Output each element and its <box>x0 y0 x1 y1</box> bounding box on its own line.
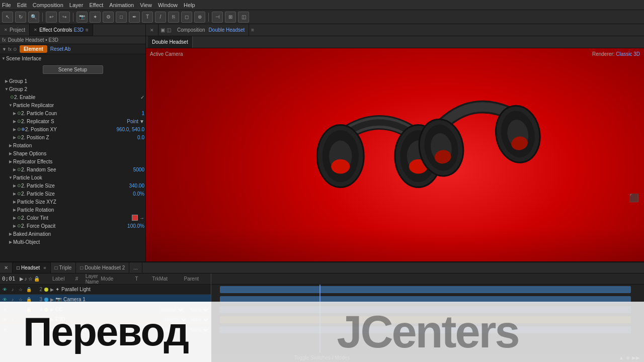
rotation-arrow[interactable]: ▶ <box>8 143 13 148</box>
layer-5-row[interactable]: 👁 ♪ ☆ 🔒 5 ▶ E3D Normal None <box>0 315 211 325</box>
random-seed-arrow[interactable]: ▶ <box>12 167 17 172</box>
comp-tab-close-icon[interactable]: ✕ <box>146 24 158 36</box>
color-tint-stopwatch[interactable]: ⊙ <box>17 215 21 220</box>
tl-lock-icon[interactable]: 🔒 <box>34 276 40 282</box>
layer-2-expand[interactable]: ▶ <box>49 287 54 292</box>
particle-size-xyz-arrow[interactable]: ▶ <box>12 200 17 204</box>
particle-size2-arrow[interactable]: ▶ <box>12 192 17 196</box>
particle-size-xyz-row[interactable]: ▶ Particle Size XYZ <box>0 198 145 206</box>
layer-4-solo-toggle[interactable]: ☆ <box>17 307 24 312</box>
layer-4-name[interactable]: CC <box>55 307 158 312</box>
position-xy-link-icon[interactable]: ⊗ <box>21 127 25 132</box>
layer-3-row[interactable]: 👁 ♪ ☆ 🔒 3 ▶ 📷 Camera 1 <box>0 295 211 305</box>
enable-stopwatch-icon[interactable]: ⊙ <box>10 95 14 100</box>
mask-tool[interactable]: ◫ <box>238 12 249 23</box>
position-z-arrow[interactable]: ▶ <box>12 135 17 140</box>
particle-look-row[interactable]: ▼ Particle Look <box>0 173 145 182</box>
tl-close-btn[interactable]: ✕ <box>0 262 13 273</box>
layer-6-lock-toggle[interactable]: 🔒 <box>25 327 32 332</box>
particle-count-arrow[interactable]: ▶ <box>12 111 17 116</box>
bottom-icon1[interactable]: ▲ <box>619 355 624 360</box>
tab-project[interactable]: ✕ Project <box>0 24 30 36</box>
layer-6-vis-toggle[interactable]: 👁 <box>1 327 8 332</box>
redo-tool[interactable]: ↪ <box>59 12 70 23</box>
tl-audio-icon[interactable]: ♪ <box>25 276 27 282</box>
layer-5-solo-toggle[interactable]: ☆ <box>17 317 24 322</box>
puppet-tool[interactable]: ⊕ <box>194 12 205 23</box>
replicator-effects-arrow[interactable]: ▶ <box>8 159 13 164</box>
replicator-s-arrow[interactable]: ▶ <box>12 119 17 124</box>
undo-tool[interactable]: ↩ <box>46 12 57 23</box>
layer-6-name[interactable]: [Medium Gray-Royal Blue Solid 2] <box>55 327 162 332</box>
tl-tab-headset-menu[interactable]: ≡ <box>43 265 46 270</box>
multi-object-arrow[interactable]: ▶ <box>8 240 13 244</box>
force-opacity-row[interactable]: ▶ ⊙ 2. Force Opacit 100.0% <box>0 222 145 230</box>
group1-row[interactable]: ▶ Group 1 <box>0 77 145 85</box>
multi-object-row[interactable]: ▶ Multi-Object <box>0 238 145 246</box>
layer-6-color[interactable] <box>44 328 48 332</box>
scene-interface-row[interactable]: ▼ Scene Interface <box>0 54 145 62</box>
rotate-tool[interactable]: ↻ <box>15 12 26 23</box>
brush-tool[interactable]: / <box>155 12 166 23</box>
eraser-tool[interactable]: ◻ <box>181 12 192 23</box>
camera-tool[interactable]: 📷 <box>76 12 88 23</box>
pen-tool[interactable]: ✒ <box>129 12 140 23</box>
star-tool[interactable]: ✦ <box>90 12 101 23</box>
layer-6-mode-select[interactable]: Screen <box>163 327 188 333</box>
tl-tab-headset[interactable]: □ Headset ≡ <box>13 262 51 273</box>
layer-5-audio-toggle[interactable]: ♪ <box>9 317 16 322</box>
rect-tool[interactable]: □ <box>116 12 127 23</box>
tl-tab-triple[interactable]: □ Triple <box>51 262 76 273</box>
replicator-s-dropdown-icon[interactable]: ▼ <box>139 119 144 124</box>
menu-layer[interactable]: Layer <box>69 2 84 8</box>
layer-2-color[interactable] <box>44 288 48 292</box>
menu-effect[interactable]: Effect <box>89 2 103 8</box>
replicator-effects-row[interactable]: ▶ Replicator Effects <box>0 157 145 165</box>
layer-5-color[interactable] <box>44 318 48 322</box>
particle-size2-row[interactable]: ▶ ⊙ 2. Particle Size 0.0% <box>0 190 145 198</box>
menu-help[interactable]: Help <box>184 2 195 8</box>
element-button[interactable]: Element <box>20 45 47 53</box>
force-opacity-stopwatch[interactable]: ⊙ <box>17 223 21 228</box>
shape-options-row[interactable]: ▶ Shape Options <box>0 149 145 157</box>
clone-tool[interactable]: ⎘ <box>168 12 179 23</box>
layer-2-solo-toggle[interactable]: ☆ <box>17 287 24 292</box>
layer-4-expand[interactable]: ▶ <box>49 307 54 312</box>
bottom-icon2[interactable]: ◈ <box>626 355 630 360</box>
position-xy-arrow[interactable]: ▶ <box>12 127 17 132</box>
particle-replicator-row[interactable]: ▼ Particle Replicator <box>0 101 145 109</box>
comp-close-x[interactable]: ✕ <box>150 28 154 33</box>
group2-expand-arrow[interactable]: ▼ <box>4 87 9 92</box>
layer-4-mode-select[interactable]: Normal <box>159 307 185 313</box>
element-expand-arrow[interactable]: ▼ <box>2 47 7 52</box>
close-project-icon[interactable]: ✕ <box>4 28 8 32</box>
layer-3-solo-toggle[interactable]: ☆ <box>17 297 24 302</box>
layer-4-trkmat-select[interactable]: None <box>189 307 210 313</box>
layer-4-audio-toggle[interactable]: ♪ <box>9 307 16 312</box>
tl-play-icon[interactable]: ▶ <box>20 276 24 282</box>
layer-6-expand[interactable]: ▶ <box>49 327 54 332</box>
menu-edit[interactable]: Edit <box>17 2 27 8</box>
bottom-icon3[interactable]: ▶▶ <box>632 355 640 360</box>
tab-effect-controls[interactable]: ✕ Effect Controls E3D ≡ <box>30 24 93 36</box>
layer-5-name[interactable]: E3D <box>55 317 162 322</box>
close-effect-icon[interactable]: ✕ <box>34 28 37 32</box>
reset-button[interactable]: Reset <box>50 46 63 52</box>
baked-animation-arrow[interactable]: ▶ <box>8 232 13 236</box>
menu-composition[interactable]: Composition <box>33 2 63 8</box>
menu-animation[interactable]: Animation <box>109 2 134 8</box>
layer-3-lock-toggle[interactable]: 🔒 <box>25 297 32 302</box>
layer-5-expand[interactable]: ▶ <box>49 317 54 322</box>
shape-options-arrow[interactable]: ▶ <box>8 151 13 156</box>
grid-tool[interactable]: ⊞ <box>225 12 236 23</box>
force-opacity-arrow[interactable]: ▶ <box>12 224 17 228</box>
layer-6-trkmat-select[interactable]: None <box>189 327 210 333</box>
enable-row[interactable]: ⊙ 2. Enable ✓ <box>0 93 145 101</box>
layer-4-vis-toggle[interactable]: 👁 <box>1 307 8 312</box>
position-xy-row[interactable]: ▶ ⊙ ⊗ 2. Position XY 960.0, 540.0 <box>0 125 145 133</box>
color-tint-arrow-icon[interactable]: → <box>139 215 144 221</box>
group2-row[interactable]: ▼ Group 2 <box>0 85 145 93</box>
layer-2-audio-toggle[interactable]: ♪ <box>9 287 16 292</box>
layer-6-row[interactable]: 👁 ♪ ☆ 🔒 6 ▶ [Medium Gray-Royal Blue Soli… <box>0 325 211 335</box>
tl-close-icon[interactable]: ✕ <box>4 265 8 270</box>
